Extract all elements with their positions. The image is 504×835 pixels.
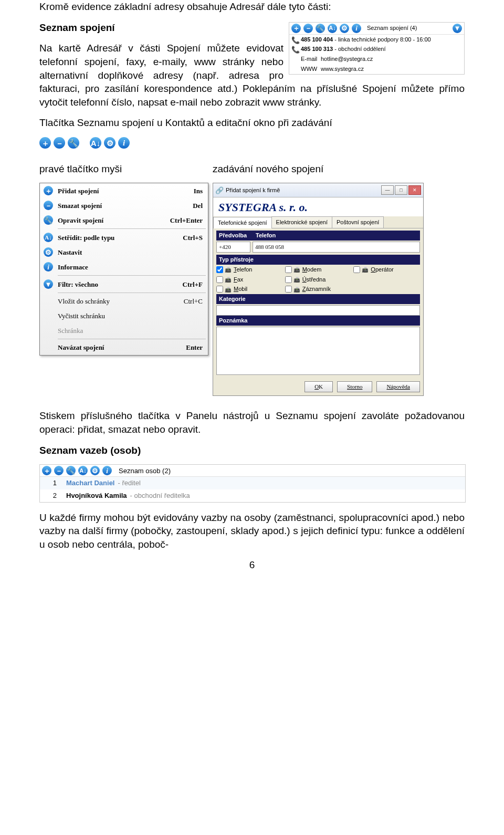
- person-row[interactable]: 2 Hvojníková Kamila - obchodní ředitelka: [40, 489, 465, 502]
- remove-icon[interactable]: －: [54, 137, 65, 149]
- add-icon[interactable]: ＋: [42, 466, 51, 475]
- info-icon[interactable]: i: [352, 24, 361, 33]
- col-prefix-label: Předvolba: [219, 232, 256, 239]
- ok-button[interactable]: OK: [304, 381, 333, 392]
- info-icon[interactable]: i: [102, 466, 112, 475]
- edit-icon[interactable]: 🔧: [66, 466, 76, 475]
- seznam-spojeni-panel: ＋ － 🔧 A↓ ⚙ i Seznam spojení (4) ▼ 📞485 1…: [289, 22, 465, 75]
- close-button[interactable]: ✕: [408, 185, 421, 195]
- info-icon: i: [44, 262, 53, 272]
- minus-icon: －: [44, 201, 53, 210]
- device-checkbox[interactable]: 📠Ústředna: [285, 276, 352, 284]
- phone-input[interactable]: 488 058 058: [253, 242, 420, 253]
- panel-title: Seznam spojení (4): [367, 24, 417, 32]
- phone-icon: 📞: [291, 45, 300, 55]
- add-connection-dialog: 🔗 Přidat spojení k firmě — □ ✕ SYSTEGRA …: [213, 183, 424, 395]
- plus-icon: ＋: [44, 186, 53, 195]
- cancel-button[interactable]: Storno: [337, 381, 372, 392]
- device-checkbox[interactable]: 📠Operátor: [353, 266, 420, 274]
- settings-icon[interactable]: ⚙: [340, 24, 349, 33]
- menu-item[interactable]: Vložit do schránkyCtrl+C: [40, 294, 208, 309]
- remove-icon[interactable]: －: [303, 24, 313, 33]
- tab-electronic[interactable]: Elektronické spojení: [271, 216, 332, 228]
- body-text: Stiskem příslušného tlačítka v Panelu ná…: [39, 409, 465, 436]
- section-heading: Seznam vazeb (osob): [39, 444, 465, 457]
- menu-item-label: Filtr: všechno: [58, 280, 183, 289]
- note-input[interactable]: [216, 327, 420, 375]
- menu-item-shortcut: Del: [193, 201, 203, 211]
- device-checkbox[interactable]: 📠Modem: [285, 266, 352, 274]
- connection-row[interactable]: 📞485 100 313 - obchodní oddělení: [289, 44, 464, 54]
- menu-item[interactable]: ⚙Nastavit: [40, 245, 208, 259]
- info-icon[interactable]: i: [118, 137, 130, 149]
- remove-icon[interactable]: －: [54, 466, 64, 475]
- prefix-input[interactable]: +420: [216, 242, 250, 253]
- menu-item[interactable]: ＋Přidat spojeníIns: [40, 183, 208, 198]
- add-icon[interactable]: ＋: [39, 137, 51, 149]
- menu-item-label: Přidat spojení: [58, 186, 194, 196]
- menu-item-label: Informace: [58, 263, 203, 272]
- body-text: U každé firmy mohou být evidovány vazby …: [39, 511, 465, 551]
- menu-item[interactable]: －Smazat spojeníDel: [40, 198, 208, 213]
- settings-icon[interactable]: ⚙: [90, 466, 100, 475]
- filter-icon[interactable]: ▼: [453, 24, 462, 33]
- tab-phone[interactable]: Telefonické spojení: [213, 217, 272, 228]
- company-name: SYSTEGRA s. r. o.: [213, 197, 423, 216]
- seznam-osob-panel: ＋ － 🔧 A↓ ⚙ i Seznam osob (2) 1 Machart D…: [39, 464, 466, 502]
- menu-item-shortcut: Ctrl+Enter: [170, 216, 203, 225]
- category-input[interactable]: [216, 305, 420, 316]
- menu-item-shortcut: Ctrl+C: [184, 297, 203, 306]
- device-checkbox[interactable]: 📠Fax: [216, 276, 283, 284]
- menu-item-label: Smazat spojení: [58, 201, 193, 211]
- help-button[interactable]: Nápověda: [376, 381, 420, 392]
- sort-icon[interactable]: A↓: [78, 466, 88, 475]
- menu-item[interactable]: iInformace: [40, 259, 208, 274]
- tab-postal[interactable]: Poštovní spojení: [332, 216, 384, 228]
- dialog-icon: 🔗: [215, 186, 224, 195]
- menu-item-label: Navázat spojení: [58, 343, 186, 352]
- wrench-icon: 🔧: [44, 215, 53, 225]
- menu-item-shortcut: Ctrl+F: [183, 280, 203, 289]
- minimize-button[interactable]: —: [381, 185, 394, 195]
- category-label: Kategorie: [219, 295, 246, 303]
- menu-item-label: Vložit do schránky: [58, 297, 184, 306]
- menu-item[interactable]: A↓Setřídit: podle typuCtrl+S: [40, 230, 208, 245]
- col-phone-label: Telefon: [256, 232, 276, 239]
- menu-item[interactable]: ▼Filtr: všechnoCtrl+F: [40, 277, 208, 291]
- panel-title: Seznam osob (2): [119, 466, 171, 476]
- menu-item-label: Schránka: [58, 326, 203, 336]
- connection-row[interactable]: 📞485 100 404 - linka technické podpory 8…: [289, 35, 464, 45]
- column-heading: pravé tlačítko myši: [39, 162, 207, 176]
- gear-icon: ⚙: [44, 247, 53, 257]
- dialog-title: Přidat spojení k firmě: [226, 186, 381, 194]
- menu-item-shortcut: Ins: [194, 186, 203, 196]
- sort-icon[interactable]: A↓: [328, 24, 337, 33]
- device-checkbox[interactable]: 📠Záznamník: [285, 285, 352, 293]
- menu-item[interactable]: Vyčistit schránku: [40, 309, 208, 323]
- add-icon[interactable]: ＋: [291, 24, 301, 33]
- settings-icon[interactable]: ⚙: [104, 137, 116, 149]
- menu-item-label: Nastavit: [58, 248, 203, 257]
- device-checkbox[interactable]: 📠Telefon: [216, 266, 283, 274]
- menu-item-label: Opravit spojení: [58, 216, 170, 225]
- column-heading: zadávání nového spojení: [213, 162, 465, 176]
- sort-icon[interactable]: A↓: [90, 137, 101, 149]
- phone-icon: 📞: [291, 36, 300, 45]
- menu-item: Schránka: [40, 323, 208, 338]
- connection-row[interactable]: WWWwww.systegra.cz: [289, 64, 464, 74]
- menu-item[interactable]: Navázat spojeníEnter: [40, 340, 208, 355]
- device-checkbox[interactable]: 📠Mobil: [216, 285, 283, 293]
- connection-row[interactable]: E-mailhotline@systegra.cz: [289, 54, 464, 64]
- device-type-label: Typ přístroje: [219, 256, 254, 264]
- edit-icon[interactable]: 🔧: [68, 137, 79, 149]
- maximize-button[interactable]: □: [395, 185, 407, 195]
- body-text: Tlačítka Seznamu spojení u Kontaktů a ed…: [39, 116, 465, 130]
- sort-icon: A↓: [44, 233, 53, 242]
- intro-text: Kromě evidence základní adresy obsahuje …: [39, 0, 465, 14]
- person-row[interactable]: 1 Machart Daniel - ředitel: [40, 477, 465, 489]
- edit-icon[interactable]: 🔧: [316, 24, 325, 33]
- menu-item[interactable]: 🔧Opravit spojeníCtrl+Enter: [40, 213, 208, 227]
- menu-item-shortcut: Ctrl+S: [183, 233, 203, 243]
- toolbar: ＋ － 🔧 A↓ ⚙ i: [39, 137, 465, 149]
- context-menu: ＋Přidat spojeníIns－Smazat spojeníDel🔧Opr…: [39, 183, 208, 355]
